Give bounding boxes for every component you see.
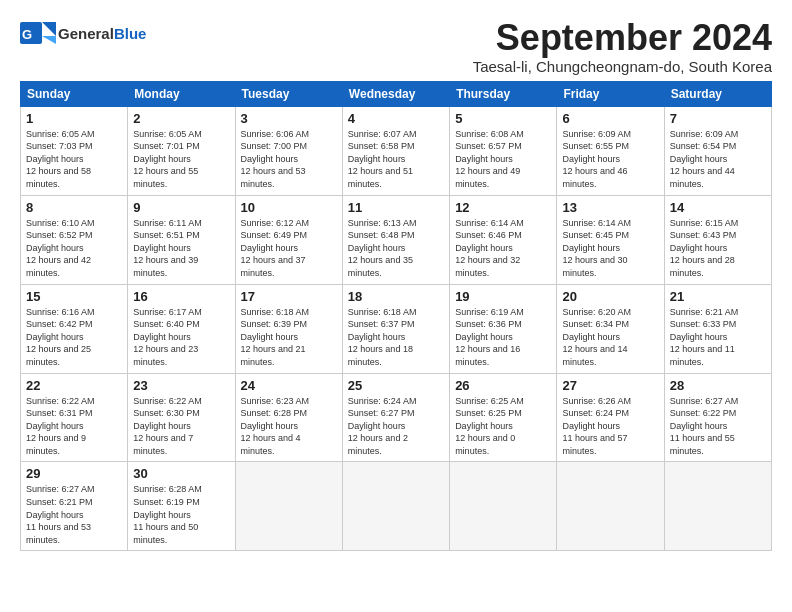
calendar-row: 15Sunrise: 6:16 AMSunset: 6:42 PMDayligh… [21,284,772,373]
day-info: Sunrise: 6:10 AMSunset: 6:52 PMDaylight … [26,217,122,280]
table-row: 30Sunrise: 6:28 AMSunset: 6:19 PMDayligh… [128,462,235,551]
calendar-header-row: Sunday Monday Tuesday Wednesday Thursday… [21,81,772,106]
calendar-row: 29Sunrise: 6:27 AMSunset: 6:21 PMDayligh… [21,462,772,551]
table-row: 22Sunrise: 6:22 AMSunset: 6:31 PMDayligh… [21,373,128,462]
day-number: 22 [26,378,122,393]
day-info: Sunrise: 6:19 AMSunset: 6:36 PMDaylight … [455,306,551,369]
day-info: Sunrise: 6:22 AMSunset: 6:30 PMDaylight … [133,395,229,458]
table-row: 19Sunrise: 6:19 AMSunset: 6:36 PMDayligh… [450,284,557,373]
calendar-row: 22Sunrise: 6:22 AMSunset: 6:31 PMDayligh… [21,373,772,462]
day-number: 20 [562,289,658,304]
svg-text:G: G [22,27,32,42]
title-block: September 2024 Taesal-li, Chungcheongnam… [473,18,772,75]
day-number: 28 [670,378,766,393]
day-number: 6 [562,111,658,126]
day-number: 10 [241,200,337,215]
day-info: Sunrise: 6:14 AMSunset: 6:46 PMDaylight … [455,217,551,280]
table-row: 2Sunrise: 6:05 AMSunset: 7:01 PMDaylight… [128,106,235,195]
table-row [557,462,664,551]
day-number: 13 [562,200,658,215]
day-number: 29 [26,466,122,481]
day-number: 30 [133,466,229,481]
day-number: 24 [241,378,337,393]
table-row: 17Sunrise: 6:18 AMSunset: 6:39 PMDayligh… [235,284,342,373]
day-number: 5 [455,111,551,126]
calendar-row: 8Sunrise: 6:10 AMSunset: 6:52 PMDaylight… [21,195,772,284]
table-row: 12Sunrise: 6:14 AMSunset: 6:46 PMDayligh… [450,195,557,284]
day-info: Sunrise: 6:14 AMSunset: 6:45 PMDaylight … [562,217,658,280]
day-number: 27 [562,378,658,393]
day-info: Sunrise: 6:22 AMSunset: 6:31 PMDaylight … [26,395,122,458]
svg-marker-2 [42,22,56,36]
table-row: 21Sunrise: 6:21 AMSunset: 6:33 PMDayligh… [664,284,771,373]
day-info: Sunrise: 6:08 AMSunset: 6:57 PMDaylight … [455,128,551,191]
day-info: Sunrise: 6:11 AMSunset: 6:51 PMDaylight … [133,217,229,280]
day-number: 19 [455,289,551,304]
table-row: 10Sunrise: 6:12 AMSunset: 6:49 PMDayligh… [235,195,342,284]
table-row: 20Sunrise: 6:20 AMSunset: 6:34 PMDayligh… [557,284,664,373]
table-row: 9Sunrise: 6:11 AMSunset: 6:51 PMDaylight… [128,195,235,284]
day-info: Sunrise: 6:15 AMSunset: 6:43 PMDaylight … [670,217,766,280]
col-friday: Friday [557,81,664,106]
day-number: 2 [133,111,229,126]
day-info: Sunrise: 6:26 AMSunset: 6:24 PMDaylight … [562,395,658,458]
svg-marker-3 [42,36,56,44]
subtitle: Taesal-li, Chungcheongnam-do, South Kore… [473,58,772,75]
day-info: Sunrise: 6:18 AMSunset: 6:37 PMDaylight … [348,306,444,369]
day-info: Sunrise: 6:20 AMSunset: 6:34 PMDaylight … [562,306,658,369]
col-wednesday: Wednesday [342,81,449,106]
day-info: Sunrise: 6:27 AMSunset: 6:22 PMDaylight … [670,395,766,458]
table-row [235,462,342,551]
table-row: 7Sunrise: 6:09 AMSunset: 6:54 PMDaylight… [664,106,771,195]
day-number: 7 [670,111,766,126]
table-row [450,462,557,551]
day-info: Sunrise: 6:27 AMSunset: 6:21 PMDaylight … [26,483,122,546]
day-number: 3 [241,111,337,126]
day-number: 25 [348,378,444,393]
day-info: Sunrise: 6:09 AMSunset: 6:55 PMDaylight … [562,128,658,191]
day-number: 8 [26,200,122,215]
table-row: 5Sunrise: 6:08 AMSunset: 6:57 PMDaylight… [450,106,557,195]
day-info: Sunrise: 6:13 AMSunset: 6:48 PMDaylight … [348,217,444,280]
day-number: 17 [241,289,337,304]
day-number: 26 [455,378,551,393]
table-row: 13Sunrise: 6:14 AMSunset: 6:45 PMDayligh… [557,195,664,284]
day-number: 16 [133,289,229,304]
table-row: 6Sunrise: 6:09 AMSunset: 6:55 PMDaylight… [557,106,664,195]
day-info: Sunrise: 6:17 AMSunset: 6:40 PMDaylight … [133,306,229,369]
col-tuesday: Tuesday [235,81,342,106]
day-info: Sunrise: 6:23 AMSunset: 6:28 PMDaylight … [241,395,337,458]
day-info: Sunrise: 6:16 AMSunset: 6:42 PMDaylight … [26,306,122,369]
day-number: 15 [26,289,122,304]
table-row: 26Sunrise: 6:25 AMSunset: 6:25 PMDayligh… [450,373,557,462]
day-info: Sunrise: 6:06 AMSunset: 7:00 PMDaylight … [241,128,337,191]
table-row: 11Sunrise: 6:13 AMSunset: 6:48 PMDayligh… [342,195,449,284]
header: G GeneralBlue September 2024 Taesal-li, … [20,18,772,75]
table-row: 15Sunrise: 6:16 AMSunset: 6:42 PMDayligh… [21,284,128,373]
day-number: 21 [670,289,766,304]
calendar-row: 1Sunrise: 6:05 AMSunset: 7:03 PMDaylight… [21,106,772,195]
col-sunday: Sunday [21,81,128,106]
table-row: 27Sunrise: 6:26 AMSunset: 6:24 PMDayligh… [557,373,664,462]
table-row: 16Sunrise: 6:17 AMSunset: 6:40 PMDayligh… [128,284,235,373]
month-title: September 2024 [473,18,772,58]
day-number: 12 [455,200,551,215]
day-info: Sunrise: 6:07 AMSunset: 6:58 PMDaylight … [348,128,444,191]
day-number: 23 [133,378,229,393]
day-number: 9 [133,200,229,215]
table-row: 28Sunrise: 6:27 AMSunset: 6:22 PMDayligh… [664,373,771,462]
day-info: Sunrise: 6:18 AMSunset: 6:39 PMDaylight … [241,306,337,369]
day-info: Sunrise: 6:28 AMSunset: 6:19 PMDaylight … [133,483,229,546]
table-row: 8Sunrise: 6:10 AMSunset: 6:52 PMDaylight… [21,195,128,284]
day-info: Sunrise: 6:24 AMSunset: 6:27 PMDaylight … [348,395,444,458]
logo: G GeneralBlue [20,18,146,48]
day-info: Sunrise: 6:25 AMSunset: 6:25 PMDaylight … [455,395,551,458]
page: G GeneralBlue September 2024 Taesal-li, … [0,0,792,612]
calendar: Sunday Monday Tuesday Wednesday Thursday… [20,81,772,552]
day-number: 18 [348,289,444,304]
col-monday: Monday [128,81,235,106]
day-info: Sunrise: 6:21 AMSunset: 6:33 PMDaylight … [670,306,766,369]
day-number: 14 [670,200,766,215]
day-number: 4 [348,111,444,126]
col-saturday: Saturday [664,81,771,106]
